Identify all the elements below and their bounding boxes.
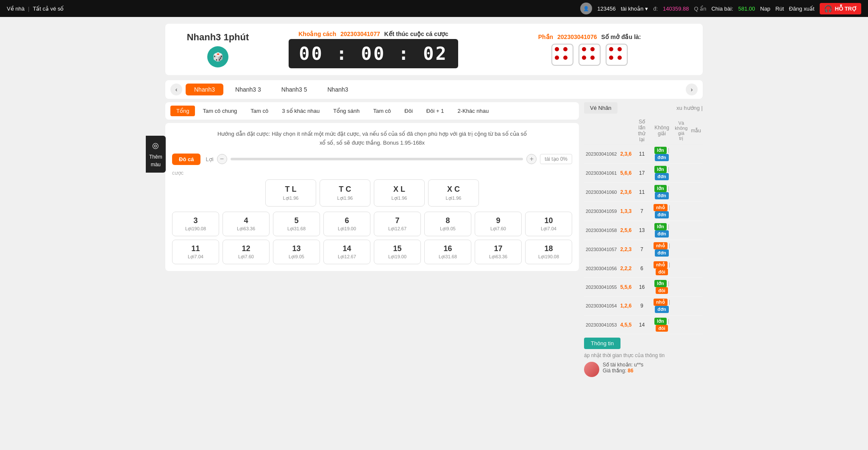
sub-tab-3-khac[interactable]: 3 số khác nhau [276,106,326,116]
tab-prev-arrow[interactable]: ‹ [170,84,182,95]
num-card-10[interactable]: 10Lợi7.04 [525,212,572,236]
badge-type[interactable]: đơn [655,230,668,238]
history-retry: 7 [633,240,651,259]
ve-nhan-button[interactable]: Vé Nhãn [584,102,618,114]
sub-tabs: Tổng Tam cô chung Tam cô 3 số khác nhau … [165,102,579,120]
thong-tin-label: áp nhật thời gian thực của thông tin [584,352,703,358]
num-card-3[interactable]: 3Lợi190.08 [172,212,219,236]
num-card-6[interactable]: 6Lợi19.00 [323,212,370,236]
num-card-13[interactable]: 13Lợi9.05 [273,240,320,264]
sub-tab-tong-sanh[interactable]: Tổng sánh [327,106,365,116]
tab-next-arrow[interactable]: › [686,84,698,95]
bet-card-tc[interactable]: T C Lợi1.96 [320,179,370,207]
sub-tab-tam-co-chung[interactable]: Tam cô chung [197,106,243,116]
tab-nhanh3-5[interactable]: Nhanh3 5 [273,84,316,95]
badge-size[interactable]: lớn [654,280,667,287]
num-card-7[interactable]: 7Lợi12.67 [374,212,421,236]
history-id: 202303041058 [584,221,618,240]
sub-tab-tam-co2[interactable]: Tam cô [367,106,397,116]
badge-size[interactable]: lớn [654,147,667,154]
badge-size[interactable]: lớn [654,223,667,230]
badge-size[interactable]: lớn [654,318,667,325]
regen-button[interactable]: tái tạo 0% [540,154,572,164]
nap-button[interactable]: Nap [760,6,771,12]
sub-tab-doi[interactable]: Đôi [398,106,419,116]
bet-instructions: Hướng dẫn đặt cược: Hãy chọn ít nhất một… [172,130,572,148]
rut-button[interactable]: Rút [775,6,784,12]
badge-size[interactable]: nhỏ [654,204,667,211]
badge-type[interactable]: đơn [655,211,668,218]
dice-section: Phần 202303041076 Số mở đầu là: [487,34,693,66]
timer-display: 00 : 00 : 02 [289,39,458,68]
tab-nhanh3[interactable]: Nhanh3 [186,84,223,95]
dice-2 [579,44,601,66]
dot [582,47,586,51]
user-avatar [584,362,599,377]
history-id: 202303041059 [584,202,618,221]
logout-button[interactable]: Đăng xuất [789,6,815,12]
badge-type[interactable]: đơn [655,306,668,313]
badge-size[interactable]: lớn [654,185,667,192]
history-nums: 5,5,6 [618,278,633,296]
badge-type[interactable]: đôi [656,287,668,294]
headset-icon: 🎧 [824,5,832,13]
table-row: 202303041060 2,3,6 11 lớn | đơn [584,183,703,202]
left-panel: Tổng Tam cô chung Tam cô 3 số khác nhau … [165,102,579,377]
badge-type[interactable]: đơn [655,173,668,180]
badge-type[interactable]: đôi [656,268,668,275]
open-label: Số mở đầu là: [601,34,641,40]
history-nums: 4,5,5 [618,316,633,334]
nav-home[interactable]: Về nhà [7,6,25,12]
sub-tab-2-khac[interactable]: 2-Khác nhau [451,106,495,116]
num-card-4[interactable]: 4Lợi63.36 [223,212,270,236]
num-card-11[interactable]: 11Lợi7.04 [172,240,219,264]
sub-tab-doi-1[interactable]: Đôi + 1 [420,106,450,116]
badge-type[interactable]: đơn [655,154,668,161]
slider-plus-button[interactable]: + [526,154,537,164]
table-row: 202303041061 5,6,6 17 lớn | đơn [584,164,703,183]
sub-tab-tam-co[interactable]: Tam cô [245,106,274,116]
badge-size[interactable]: nhỏ [654,299,667,306]
right-header: Vé Nhãn xu hướng | [584,102,703,114]
history-badges: lớn | đơn [651,164,673,183]
nav-all-tickets[interactable]: Tất cả vé số [33,6,64,12]
support-button[interactable]: 🎧 HỖ TRỢ [820,3,861,14]
xu-huong-link[interactable]: xu hướng | [676,105,703,111]
top-nav: Về nhà | Tất cả vé số 👤 123456 tài khoản… [0,0,868,17]
history-id: 202303041054 [584,296,618,316]
slider-minus-button[interactable]: − [217,154,227,164]
dot [618,56,622,60]
num-card-18[interactable]: 18Lợi190.08 [525,240,572,264]
history-id: 202303041062 [584,145,618,164]
num-card-15[interactable]: 15Lợi19.00 [374,240,421,264]
tab-nhanh3-3[interactable]: Nhanh3 3 [227,84,270,95]
num-card-12[interactable]: 12Lợi7.60 [223,240,270,264]
bet-card-xc[interactable]: X C Lợi1.96 [428,179,479,207]
bet-type-button[interactable]: Đô cá [172,154,200,165]
badge-size[interactable]: nhỏ [654,261,667,268]
history-retry: 16 [633,278,651,296]
badge-size[interactable]: nhỏ [654,242,667,249]
interval-label: Khoảng cách [298,31,336,37]
them-mau-button[interactable]: ◎ Thêmmàu [146,136,166,173]
badge-type[interactable]: đơn [655,192,668,199]
thong-tin-button[interactable]: Thông tin [584,338,620,349]
badge-size[interactable]: lớn [654,166,667,173]
num-card-17[interactable]: 17Lợi63.36 [475,240,522,264]
sub-tab-tong[interactable]: Tổng [170,106,195,116]
num-card-16[interactable]: 16Lợi31.68 [424,240,471,264]
slider-track[interactable] [231,158,523,160]
num-card-5[interactable]: 5Lợi31.68 [273,212,320,236]
tab-nhanh3-alt[interactable]: Nhanh3 [319,84,356,95]
num-card-9[interactable]: 9Lợi7.60 [475,212,522,236]
dot [582,56,586,60]
dot [563,56,568,60]
bet-card-xl[interactable]: X L Lợi1.96 [374,179,425,207]
num-card-8[interactable]: 8Lợi9.05 [424,212,471,236]
num-card-14[interactable]: 14Lợi12.67 [323,240,370,264]
bet-card-tl[interactable]: T L Lợi1.96 [265,179,316,207]
badge-type[interactable]: đôi [656,325,668,332]
user-win-row: Giá thắng: 86 [603,368,643,374]
badge-type[interactable]: đơn [655,249,668,257]
account-dropdown[interactable]: tài khoản ▾ [621,6,648,12]
